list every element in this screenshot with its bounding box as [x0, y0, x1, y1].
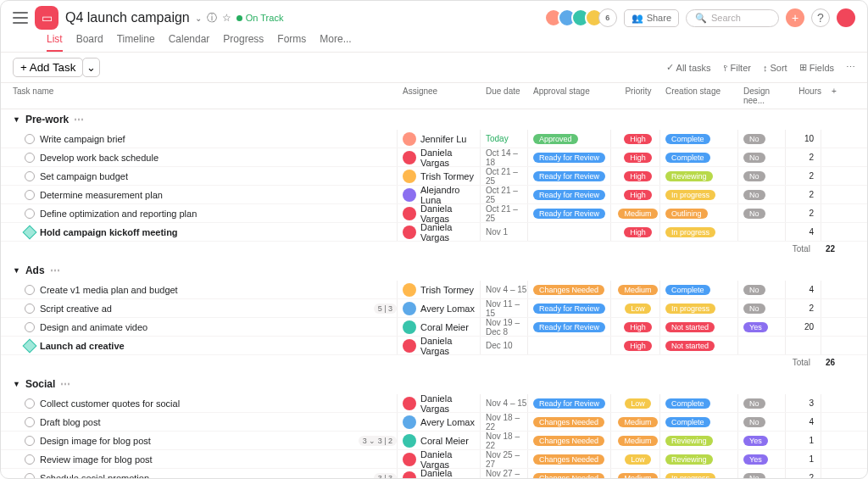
- task-row[interactable]: ⋮⋮ Set campaign budget Trish Tormey Oct …: [1, 167, 867, 186]
- more-icon[interactable]: ⋯: [50, 265, 60, 276]
- design-needed-cell[interactable]: [738, 223, 786, 241]
- fields-button[interactable]: ⊞ Fields: [799, 62, 834, 73]
- tab-calendar[interactable]: Calendar: [169, 33, 210, 52]
- hours-cell[interactable]: 2: [786, 186, 821, 203]
- member-avatars[interactable]: 6: [549, 8, 617, 27]
- complete-checkbox[interactable]: [25, 454, 35, 465]
- approval-stage-cell[interactable]: Ready for Review: [528, 186, 611, 203]
- design-needed-cell[interactable]: No: [738, 186, 786, 203]
- task-row[interactable]: ⋮⋮ Draft blog post Avery Lomax Nov 18 – …: [1, 413, 867, 432]
- chevron-down-icon[interactable]: ⌄: [195, 14, 202, 23]
- priority-cell[interactable]: Low: [611, 394, 660, 412]
- design-needed-cell[interactable]: No: [738, 148, 786, 166]
- creation-stage-cell[interactable]: In progress: [660, 186, 738, 203]
- approval-stage-cell[interactable]: Changes Needed: [528, 450, 611, 468]
- hamburger-menu-icon[interactable]: [13, 12, 28, 24]
- search-input[interactable]: 🔍 Search: [686, 9, 779, 27]
- assignee-cell[interactable]: Daniela Vargas: [398, 148, 481, 166]
- assignee-cell[interactable]: Daniela Vargas: [398, 204, 481, 222]
- star-icon[interactable]: ☆: [222, 12, 231, 24]
- add-new-button[interactable]: +: [786, 8, 804, 27]
- due-date-cell[interactable]: Oct 14 – 18: [481, 148, 528, 166]
- due-date-cell[interactable]: Oct 21 – 25: [481, 186, 528, 203]
- due-date-cell[interactable]: Today: [481, 130, 528, 148]
- assignee-cell[interactable]: Daniela Vargas: [398, 223, 481, 241]
- design-needed-cell[interactable]: No: [738, 130, 786, 148]
- complete-checkbox[interactable]: [25, 285, 35, 295]
- assignee-cell[interactable]: Trish Tormey: [398, 167, 481, 185]
- tab-list[interactable]: List: [47, 33, 63, 52]
- task-row[interactable]: ⋮⋮ Script creative ad 5 | 3 Avery Lomax …: [1, 299, 867, 318]
- assignee-cell[interactable]: Daniela Vargas: [398, 450, 481, 468]
- creation-stage-cell[interactable]: In progress: [660, 299, 738, 317]
- design-needed-cell[interactable]: No: [738, 204, 786, 222]
- share-button[interactable]: 👥 Share: [624, 9, 679, 27]
- approval-stage-cell[interactable]: [528, 223, 611, 241]
- assignee-cell[interactable]: Coral Meier: [398, 432, 481, 449]
- due-date-cell[interactable]: Nov 11 – 15: [481, 299, 528, 317]
- design-needed-cell[interactable]: Yes: [738, 450, 786, 468]
- priority-cell[interactable]: Medium: [611, 204, 660, 222]
- section-header[interactable]: ▼Ads⋯: [1, 260, 867, 281]
- task-row[interactable]: ⋮⋮ Define optimization and reporting pla…: [1, 204, 867, 223]
- more-icon[interactable]: ⋯: [74, 114, 84, 125]
- approval-stage-cell[interactable]: Ready for Review: [528, 299, 611, 317]
- task-row[interactable]: ⋮⋮ Determine measurement plan Alejandro …: [1, 186, 867, 204]
- complete-checkbox[interactable]: [25, 171, 35, 181]
- tab-progress[interactable]: Progress: [223, 33, 264, 52]
- due-date-cell[interactable]: Nov 4 – 15: [481, 394, 528, 412]
- all-tasks-filter[interactable]: ✓ All tasks: [666, 62, 711, 73]
- col-priority[interactable]: Priority: [611, 86, 660, 105]
- complete-checkbox[interactable]: [25, 190, 35, 200]
- col-hours[interactable]: Hours: [786, 86, 821, 105]
- status-pill[interactable]: On Track: [236, 13, 284, 23]
- col-assignee[interactable]: Assignee: [398, 86, 481, 105]
- tab-forms[interactable]: Forms: [277, 33, 306, 52]
- complete-checkbox[interactable]: [25, 134, 35, 144]
- priority-cell[interactable]: Medium: [611, 432, 660, 449]
- task-row[interactable]: ⋮⋮ Design image for blog post 3 ⌄ 3 | 2 …: [1, 432, 867, 450]
- hours-cell[interactable]: 10: [786, 130, 821, 148]
- approval-stage-cell[interactable]: Ready for Review: [528, 318, 611, 336]
- col-design[interactable]: Design nee...: [738, 86, 786, 105]
- assignee-cell[interactable]: Avery Lomax: [398, 299, 481, 317]
- priority-cell[interactable]: Medium: [611, 413, 660, 431]
- creation-stage-cell[interactable]: Complete: [660, 413, 738, 431]
- approval-stage-cell[interactable]: Changes Needed: [528, 413, 611, 431]
- assignee-cell[interactable]: Trish Tormey: [398, 281, 481, 298]
- creation-stage-cell[interactable]: Reviewing: [660, 450, 738, 468]
- assignee-cell[interactable]: Daniela Vargas: [398, 337, 481, 354]
- task-row[interactable]: ⋮⋮ Schedule social promotion 3 | 3 Danie…: [1, 469, 867, 479]
- creation-stage-cell[interactable]: Complete: [660, 394, 738, 412]
- profile-avatar[interactable]: [837, 8, 855, 27]
- priority-cell[interactable]: Low: [611, 299, 660, 317]
- design-needed-cell[interactable]: No: [738, 394, 786, 412]
- tab-more[interactable]: More...: [320, 33, 351, 52]
- priority-cell[interactable]: Medium: [611, 281, 660, 298]
- complete-checkbox[interactable]: [25, 304, 35, 314]
- assignee-cell[interactable]: Daniela Vargas: [398, 394, 481, 412]
- due-date-cell[interactable]: Nov 18 – 22: [481, 432, 528, 449]
- sort-button[interactable]: ↕ Sort: [763, 63, 787, 73]
- task-row[interactable]: ⋮⋮ Launch ad creative Daniela Vargas Dec…: [1, 337, 867, 355]
- filter-button[interactable]: ⫯ Filter: [723, 63, 751, 73]
- priority-cell[interactable]: Medium: [611, 469, 660, 479]
- priority-cell[interactable]: High: [611, 167, 660, 185]
- approval-stage-cell[interactable]: Ready for Review: [528, 204, 611, 222]
- due-date-cell[interactable]: Nov 19 – Dec 8: [481, 318, 528, 336]
- hours-cell[interactable]: 2: [786, 204, 821, 222]
- task-row[interactable]: ⋮⋮ Hold campaign kickoff meeting Daniela…: [1, 223, 867, 242]
- creation-stage-cell[interactable]: Not started: [660, 318, 738, 336]
- priority-cell[interactable]: High: [611, 337, 660, 354]
- assignee-cell[interactable]: Jennifer Lu: [398, 130, 481, 148]
- priority-cell[interactable]: High: [611, 186, 660, 203]
- complete-checkbox[interactable]: [25, 436, 35, 446]
- due-date-cell[interactable]: Nov 1: [481, 223, 528, 241]
- more-icon[interactable]: ⋯: [846, 62, 855, 73]
- due-date-cell[interactable]: Oct 21 – 25: [481, 204, 528, 222]
- hours-cell[interactable]: 2: [786, 148, 821, 166]
- task-row[interactable]: ⋮⋮ Design and animate video Coral Meier …: [1, 318, 867, 337]
- creation-stage-cell[interactable]: Not started: [660, 337, 738, 354]
- hours-cell[interactable]: 1: [786, 432, 821, 449]
- approval-stage-cell[interactable]: Ready for Review: [528, 148, 611, 166]
